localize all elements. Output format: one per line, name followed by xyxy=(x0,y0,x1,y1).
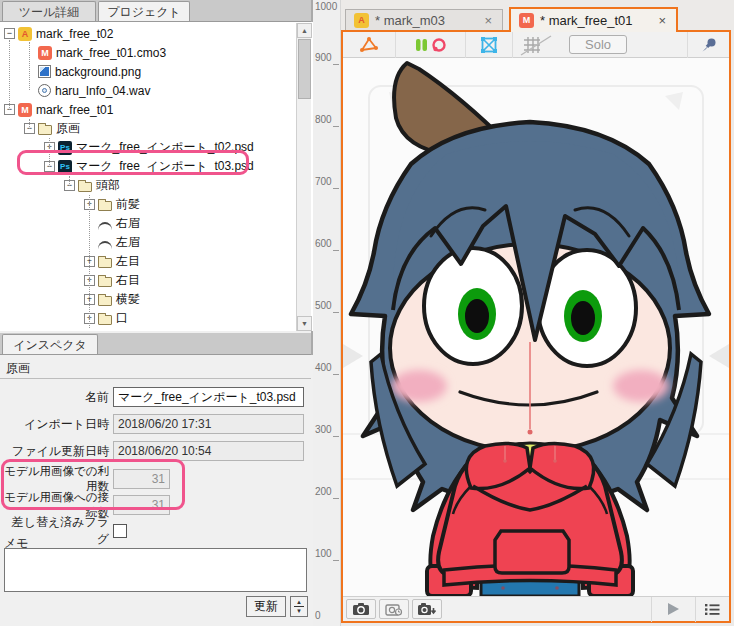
tree-item-label: 左目 xyxy=(116,253,140,270)
tree-item[interactable]: + 右目 xyxy=(0,271,313,290)
field-label: インポート日時 xyxy=(0,416,113,433)
tree-item[interactable]: background.png xyxy=(0,62,313,81)
capture-export-camera-button[interactable] xyxy=(412,599,442,619)
tree-item-label: background.png xyxy=(55,65,141,79)
close-icon[interactable]: × xyxy=(656,13,668,28)
ruler-tick xyxy=(333,250,339,251)
tree-item-label: 左眉 xyxy=(116,234,140,251)
ruler-tick xyxy=(333,126,339,127)
tree-item[interactable]: + 前髪 xyxy=(0,195,313,214)
field-row-name: 名前 マーク_free_インポート_t03.psd xyxy=(0,387,304,407)
camera-icon xyxy=(352,602,370,616)
tab-inspector[interactable]: インスペクタ xyxy=(2,334,98,354)
document-view-frame: Solo xyxy=(341,30,731,623)
tree-item-label: 右目 xyxy=(116,272,140,289)
vertical-ruler: 1000 900 800 700 600 500 400 300 200 100… xyxy=(313,0,341,626)
pin-toolbar-cell xyxy=(687,32,729,58)
close-icon[interactable]: × xyxy=(482,13,494,28)
tab-tool-detail[interactable]: ツール詳細 xyxy=(2,1,96,21)
panel-stepper-button[interactable]: ▲ ▼ xyxy=(290,596,308,617)
camera-timer-icon xyxy=(385,602,403,616)
timeline-list-button[interactable] xyxy=(695,597,729,622)
deformer-rotation-icon[interactable] xyxy=(396,32,466,58)
pin-icon[interactable] xyxy=(700,36,718,54)
tree-item[interactable]: M mark_free_t01.cmo3 xyxy=(0,43,313,62)
document-tab-label: * mark_free_t01 xyxy=(540,13,656,28)
ruler-label: 800 xyxy=(315,114,332,125)
spin-down-icon: ▼ xyxy=(296,608,302,614)
onion-skin-camera-button[interactable] xyxy=(379,599,409,619)
model-file-icon: M xyxy=(18,103,32,117)
tree-item-label: mark_free_t01 xyxy=(36,103,113,117)
eyebrow-curve-icon xyxy=(98,241,112,249)
ruler-label: 1000 xyxy=(315,1,337,12)
tree-item-highlighted[interactable]: − Ps マーク_free_インポート_t03.psd xyxy=(0,157,313,176)
mesh-edit-icon[interactable] xyxy=(343,32,396,58)
scroll-up-icon[interactable]: ▲ xyxy=(297,23,312,38)
eyebrow-curve-icon xyxy=(98,222,112,230)
left-panel: ツール詳細 プロジェクト − A mark_free_t02 M mark_fr… xyxy=(0,0,313,626)
tree-item-label: マーク_free_インポート_t03.psd xyxy=(76,158,254,175)
update-button[interactable]: 更新 xyxy=(246,596,286,617)
photoshop-file-icon: Ps xyxy=(58,141,72,155)
snapshot-camera-button[interactable] xyxy=(346,599,376,619)
grid-disabled-icon[interactable] xyxy=(513,32,559,58)
image-file-icon xyxy=(38,65,51,78)
scroll-down-icon[interactable]: ▼ xyxy=(297,316,312,331)
tree-item[interactable]: + 横髪 xyxy=(0,290,313,309)
tree-item[interactable]: + xyxy=(0,328,313,331)
tree-item[interactable]: − 原画 xyxy=(0,119,313,138)
hoodie-pocket xyxy=(495,531,569,573)
ruler-label: 500 xyxy=(315,300,332,311)
name-field[interactable]: マーク_free_インポート_t03.psd xyxy=(113,387,304,407)
tree-connector xyxy=(69,176,70,186)
folder-icon xyxy=(78,182,92,192)
tree-item-label: 前髪 xyxy=(116,196,140,213)
camera-download-icon xyxy=(417,602,437,616)
tree-item[interactable]: − A mark_free_t02 xyxy=(0,24,313,43)
tree-item-label: 原画 xyxy=(56,120,80,137)
document-tab-mark-free-t01[interactable]: M * mark_free_t01 × xyxy=(509,7,678,32)
tree-item[interactable]: − M mark_free_t01 xyxy=(0,100,313,119)
tree-scrollbar[interactable]: ▲ ▼ xyxy=(296,23,311,331)
tree-item[interactable]: + 左目 xyxy=(0,252,313,271)
usage-count-field: 31 xyxy=(113,469,170,489)
ruler-tick xyxy=(333,64,339,65)
tree-item[interactable]: 右眉 xyxy=(0,214,313,233)
tree-item[interactable]: + 口 xyxy=(0,309,313,328)
document-tab-mark-m03[interactable]: A * mark_m03 × xyxy=(345,9,503,30)
tree-item-label: mark_free_t02 xyxy=(36,27,113,41)
tree-connector xyxy=(29,42,30,90)
model-file-icon: M xyxy=(519,13,534,28)
model-canvas[interactable] xyxy=(343,58,729,596)
field-row-import-date: インポート日時 2018/06/20 17:31 xyxy=(0,414,304,434)
tree-item-label: 口 xyxy=(116,310,128,327)
replace-flag-checkbox[interactable] xyxy=(113,524,127,538)
tree-item[interactable]: − 頭部 xyxy=(0,176,313,195)
ruler-label: 900 xyxy=(315,52,332,63)
view-bottom-toolbar xyxy=(343,596,729,621)
memo-textarea[interactable] xyxy=(4,548,307,592)
ruler-tick xyxy=(333,312,339,313)
folder-icon xyxy=(98,258,112,268)
left-eye xyxy=(424,248,522,364)
expander-icon[interactable]: − xyxy=(4,28,15,39)
connection-count-field: 31 xyxy=(113,495,170,515)
tab-project[interactable]: プロジェクト xyxy=(98,1,190,21)
document-tab-label: * mark_m03 xyxy=(375,13,482,28)
inspector-panel: 原画 名前 マーク_free_インポート_t03.psd インポート日時 201… xyxy=(0,355,313,626)
bounding-box-icon[interactable] xyxy=(466,32,513,58)
ruler-label: 300 xyxy=(315,424,332,435)
tree-item-label: マーク_free_インポート_t02.psd xyxy=(76,139,254,156)
solo-button[interactable]: Solo xyxy=(569,35,627,54)
tree-connector xyxy=(49,138,50,167)
tree-item[interactable]: haru_Info_04.wav xyxy=(0,81,313,100)
tree-item[interactable]: + Ps マーク_free_インポート_t02.psd xyxy=(0,138,313,157)
tree-item-label: 頭部 xyxy=(96,177,120,194)
audio-file-icon xyxy=(38,84,51,97)
tree-item[interactable]: 左眉 xyxy=(0,233,313,252)
left-tabstrip: ツール詳細 プロジェクト xyxy=(0,0,311,22)
play-button[interactable] xyxy=(651,597,695,622)
view-toolbar: Solo xyxy=(343,32,729,58)
scrollbar-thumb[interactable] xyxy=(298,39,311,99)
